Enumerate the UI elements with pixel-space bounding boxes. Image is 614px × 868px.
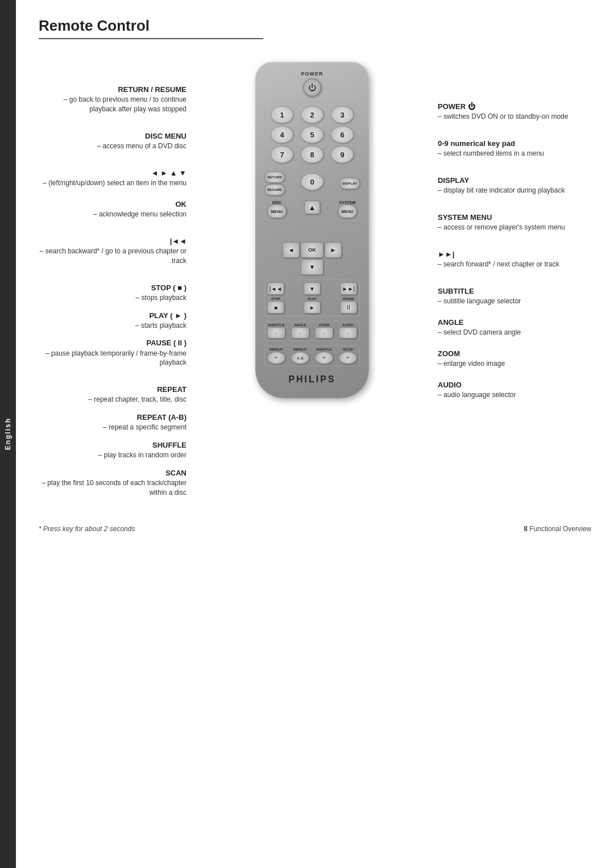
annotation-disc-menu: DISC MENU – access menu of a DVD disc (39, 131, 186, 151)
repeat-ab-desc: – repeat a specific segment (39, 423, 186, 432)
power-right-label: POWER ⏻ (438, 102, 475, 111)
stop-button[interactable]: ■ (267, 301, 284, 314)
nav-empty-tl (283, 225, 300, 241)
pause-desc: – pause playback temporarily / frame-by-… (39, 349, 186, 368)
repeat-desc: – repeat chapter, track, title, disc (39, 395, 186, 404)
repeat-ab-label: REPEAT (A-B) (137, 413, 186, 422)
subtitle-group: SUBTITLE ○ (267, 323, 285, 339)
up-arrow-button[interactable]: ▲ (304, 201, 320, 214)
next-chapter-button[interactable]: ►►| (340, 282, 357, 295)
prev-chapter-button[interactable]: |◄◄ (267, 282, 284, 295)
angle-button[interactable]: ○ (291, 327, 309, 339)
right-annotations: POWER ⏻ – switches DVD ON or to standby-… (438, 62, 591, 404)
nav-down-button[interactable]: ▼ (301, 259, 323, 275)
nav-label: ◄ ► ▲ ▼ (151, 169, 186, 177)
prev-label: |◄◄ (170, 237, 186, 245)
annotation-shuffle: SHUFFLE – play tracks in random order (39, 440, 186, 460)
power-right-desc: – switches DVD ON or to standby-on mode (438, 112, 591, 122)
disc-menu-desc: – access menu of a DVD disc (39, 141, 186, 151)
annotation-prev: |◄◄ – search backward* / go to a previou… (39, 236, 186, 266)
repeat-group: REPEAT ⟳ (267, 348, 285, 364)
audio-right-desc: – audio language selector (438, 390, 591, 400)
play-button[interactable]: ► (304, 301, 321, 314)
return-button[interactable]: RETURN (264, 172, 285, 183)
repeat-ab-group: REPEAT A-B (291, 348, 309, 364)
num-btn-2[interactable]: 2 (301, 106, 323, 123)
next-right-label: ►►| (438, 250, 454, 258)
nav-cross: ▲ ◄ OK ► ▼ (283, 225, 342, 275)
page-title: Remote Control (39, 17, 263, 39)
shuffle-desc: – play tracks in random order (39, 450, 186, 460)
return-resume-group: RETURN RESUME (264, 172, 285, 195)
audio-group: AUDIO ○ (339, 323, 357, 339)
transport-row2: STOP ■ PLAY ► PAUSE II (267, 297, 357, 314)
nav-empty-tr (325, 225, 342, 241)
scan-button[interactable]: ⟳ (339, 352, 357, 364)
annotation-numpad: 0-9 numerical key pad – select numbered … (438, 139, 591, 158)
annotation-scan: SCAN – play the first 10 seconds of each… (39, 468, 186, 498)
annotation-stop: STOP ( ■ ) – stops playback (39, 283, 186, 303)
num-btn-4[interactable]: 4 (271, 126, 293, 143)
stop-remote-label: STOP (271, 297, 280, 301)
num-btn-7[interactable]: 7 (271, 146, 293, 163)
zoom-button[interactable]: ○ (315, 327, 333, 339)
num-btn-1[interactable]: 1 (271, 106, 293, 123)
subtitle-right-desc: – subtitle language selector (438, 297, 591, 306)
annotation-power: POWER ⏻ – switches DVD ON or to standby-… (438, 102, 591, 122)
nav-ok-button[interactable]: OK (301, 242, 323, 258)
footer: * Press key for about 2 seconds 8 Functi… (39, 525, 591, 533)
footer-section: Functional Overview (529, 525, 591, 533)
shuffle-label: SHUFFLE (152, 441, 186, 449)
nav-empty-bl (283, 259, 300, 275)
transport-row1: |◄◄ ▼ ►►| (267, 282, 357, 295)
down-button[interactable]: ▼ (304, 282, 321, 295)
annotation-ok: OK – acknowledge menu selection (39, 199, 186, 219)
zero-area: 0 (285, 173, 339, 190)
subtitle-button[interactable]: ○ (267, 327, 285, 339)
num-btn-5[interactable]: 5 (301, 126, 323, 143)
ok-label: OK (176, 200, 187, 208)
resume-button[interactable]: RESUME (264, 184, 285, 195)
repeat-button[interactable]: ⟳ (267, 352, 285, 364)
zoom-right-desc: – enlarge video image (438, 359, 591, 369)
pause-button[interactable]: II (340, 301, 357, 314)
sidebar: English (0, 0, 16, 868)
num-btn-6[interactable]: 6 (331, 126, 354, 143)
pause-remote-label: PAUSE (343, 297, 354, 301)
annotation-repeat: REPEAT – repeat chapter, track, title, d… (39, 385, 186, 404)
disc-menu-button[interactable]: MENU (267, 205, 287, 218)
annotation-system-menu: SYSTEM MENU – access or remove player's … (438, 212, 591, 232)
nav-empty-br (325, 259, 342, 275)
remote-control: POWER ⏻ 1 2 3 4 5 6 7 8 9 (227, 62, 397, 398)
audio-remote-label: AUDIO (342, 323, 353, 327)
power-button[interactable]: ⏻ (303, 78, 321, 97)
display-group: DISPLAY (339, 178, 360, 189)
transport-section: |◄◄ ▼ ►►| STOP ■ (264, 279, 360, 316)
num-btn-0[interactable]: 0 (301, 173, 323, 190)
brand-label: PHILIPS (288, 374, 335, 385)
system-menu-group: SYSTEM MENU (338, 201, 357, 218)
ok-desc: – acknowledge menu selection (39, 210, 186, 219)
scan-remote-label: SCAN (343, 348, 352, 351)
audio-button[interactable]: ○ (339, 327, 357, 339)
system-menu-right-label: SYSTEM MENU (438, 213, 492, 222)
down-btn-group: ▼ (304, 282, 321, 295)
repeat-row: REPEAT ⟳ REPEAT A-B SHUFFLE ⟳ SCAN ⟳ (264, 345, 360, 366)
play-desc: – starts playback (39, 321, 186, 331)
shuffle-button[interactable]: ⟳ (315, 352, 333, 364)
display-button[interactable]: DISPLAY (339, 178, 360, 189)
stop-label: STOP ( ■ ) (151, 283, 186, 292)
next-right-desc: – search forward* / next chapter or trac… (438, 260, 591, 269)
diagram-layout: RETURN / RESUME – go back to previous me… (39, 62, 591, 502)
annotation-angle: ANGLE – select DVD camera angle (438, 318, 591, 337)
nav-left-button[interactable]: ◄ (283, 242, 300, 258)
num-btn-9[interactable]: 9 (331, 146, 354, 163)
page-number: 8 (524, 525, 528, 533)
nav-right-button[interactable]: ► (325, 242, 342, 258)
repeat-remote-label: REPEAT (269, 348, 283, 351)
num-btn-3[interactable]: 3 (331, 106, 354, 123)
num-btn-8[interactable]: 8 (301, 146, 323, 163)
system-menu-button[interactable]: MENU (338, 205, 357, 218)
repeat-ab-button[interactable]: A-B (291, 352, 309, 364)
nav-desc: – (left/right/up/down) select an item in… (39, 178, 186, 188)
